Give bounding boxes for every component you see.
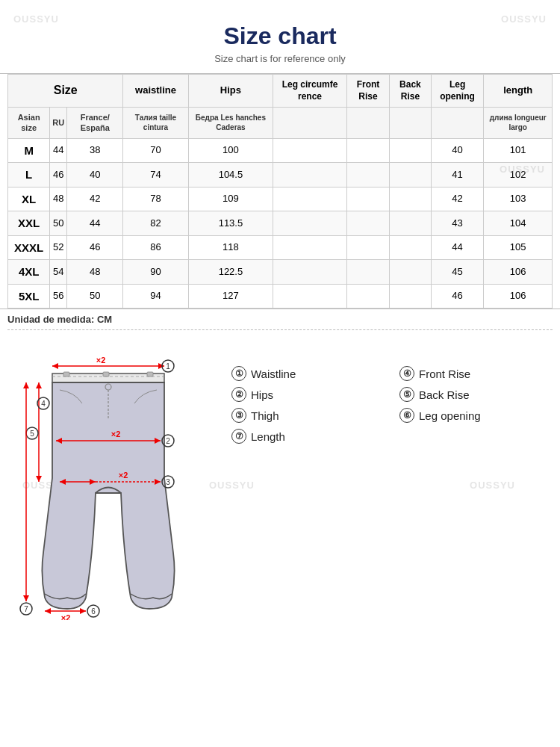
cell-hips: 122.5 xyxy=(188,260,273,285)
legend-item: ② Hips xyxy=(231,387,385,402)
cell-hips: 118 xyxy=(188,235,273,260)
cell-back xyxy=(390,235,431,260)
header-section: Size chart Size chart is for reference o… xyxy=(0,0,560,73)
legend-grid: ① Waistline④ Front Rise② Hips⑤ Back Rise… xyxy=(231,366,553,444)
legend-label: Front Rise xyxy=(419,368,470,380)
cell-waist: 86 xyxy=(123,235,188,260)
svg-rect-3 xyxy=(103,372,109,376)
cell-back xyxy=(390,260,431,285)
svg-marker-36 xyxy=(80,608,86,614)
cell-waist: 74 xyxy=(123,163,188,187)
svg-text:2: 2 xyxy=(166,437,170,445)
cell-leg xyxy=(273,138,346,163)
svg-text:6: 6 xyxy=(91,607,96,616)
cell-leg xyxy=(273,284,346,309)
cell-back xyxy=(390,138,431,163)
legend-num: ② xyxy=(231,387,246,402)
legend-item: ④ Front Rise xyxy=(399,366,553,381)
col-header-hips: Hips xyxy=(188,75,273,108)
cell-france: 38 xyxy=(67,138,123,163)
cell-france: 46 xyxy=(67,235,123,260)
subheader-back-sub xyxy=(390,108,431,139)
legend-num: ③ xyxy=(231,408,246,423)
svg-marker-28 xyxy=(36,382,42,388)
size-table-wrapper: OUSSYU Size waistline Hips Leg circumfe … xyxy=(0,73,560,309)
cell-france: 50 xyxy=(67,284,123,309)
cell-leg xyxy=(273,211,346,236)
cell-opening: 40 xyxy=(431,138,484,163)
cell-size: XL xyxy=(8,187,50,211)
cell-opening: 42 xyxy=(431,187,484,211)
legend-item: ⑤ Back Rise xyxy=(399,387,553,402)
cell-waist: 90 xyxy=(123,260,188,285)
svg-text:×2: ×2 xyxy=(119,471,128,480)
cell-leg xyxy=(273,187,346,211)
legend-label: Hips xyxy=(251,388,273,401)
table-row: M 44 38 70 100 40 101 xyxy=(8,138,553,163)
cell-front xyxy=(346,163,389,187)
table-row: XL 48 42 78 109 42 103 xyxy=(8,187,553,211)
cell-front xyxy=(346,138,389,163)
cell-hips: 100 xyxy=(188,138,273,163)
page-subtitle: Size chart is for reference only xyxy=(0,53,560,64)
cell-ru: 56 xyxy=(50,284,67,309)
cell-ru: 46 xyxy=(50,163,67,187)
cell-opening: 44 xyxy=(431,235,484,260)
page-title: Size chart xyxy=(0,22,560,50)
subheader-asian: Asian size xyxy=(8,108,50,139)
table-row: XXXL 52 46 86 118 44 105 xyxy=(8,235,553,260)
cell-opening: 41 xyxy=(431,163,484,187)
legend-item: ③ Thigh xyxy=(231,408,385,423)
subheader-hips-sub: Бедра Les hanches Caderas xyxy=(188,108,273,139)
svg-marker-42 xyxy=(23,595,29,601)
cell-ru: 54 xyxy=(50,260,67,285)
cell-waist: 94 xyxy=(123,284,188,309)
cell-opening: 45 xyxy=(431,260,484,285)
cell-size: XXXL xyxy=(8,235,50,260)
cell-hips: 109 xyxy=(188,187,273,211)
cell-length: 105 xyxy=(484,235,553,260)
cell-france: 42 xyxy=(67,187,123,211)
col-header-size: Size xyxy=(8,75,123,108)
col-header-front: Front Rise xyxy=(346,75,389,108)
cell-front xyxy=(346,235,389,260)
size-table: Size waistline Hips Leg circumfe rence F… xyxy=(7,74,553,309)
cell-opening: 46 xyxy=(431,284,484,309)
brand-wm-diag2: OUSSYU xyxy=(209,480,255,491)
diagram-section: OUSSYU OUSSYU OUSSYU xyxy=(0,330,560,627)
svg-text:1: 1 xyxy=(166,362,170,371)
table-row: 4XL 54 48 90 122.5 45 106 xyxy=(8,260,553,285)
legend-num: ④ xyxy=(399,366,414,381)
cell-waist: 82 xyxy=(123,211,188,236)
svg-rect-4 xyxy=(147,372,153,376)
subheader-length-sub: длина longueur largo xyxy=(484,108,553,139)
legend-num: ⑥ xyxy=(399,408,414,423)
brand-wm-diag3: OUSSYU xyxy=(470,480,515,491)
col-header-length: length xyxy=(484,75,553,108)
cell-ru: 50 xyxy=(50,211,67,236)
subheader-waist-sub: Талия taille cintura xyxy=(123,108,188,139)
cell-france: 48 xyxy=(67,260,123,285)
cell-size: L xyxy=(8,163,50,187)
subheader-front-sub xyxy=(346,108,389,139)
cell-size: XXL xyxy=(8,211,50,236)
cell-length: 102 xyxy=(484,163,553,187)
cell-ru: 48 xyxy=(50,187,67,211)
svg-text:×2: ×2 xyxy=(61,613,71,620)
col-header-waist: waistline xyxy=(123,75,188,108)
legend-label: Leg opening xyxy=(419,409,481,422)
cell-ru: 52 xyxy=(50,235,67,260)
cell-france: 44 xyxy=(67,211,123,236)
col-header-leg: Leg circumfe rence xyxy=(273,75,346,108)
unit-note: Unidad de medida: CM xyxy=(0,309,560,329)
svg-marker-9 xyxy=(158,363,164,369)
cell-front xyxy=(346,260,389,285)
svg-rect-2 xyxy=(63,372,69,376)
subheader-opening-sub xyxy=(431,108,484,139)
cell-leg xyxy=(273,260,346,285)
cell-waist: 70 xyxy=(123,138,188,163)
svg-text:5: 5 xyxy=(30,430,34,438)
cell-back xyxy=(390,211,431,236)
cell-hips: 104.5 xyxy=(188,163,273,187)
cell-hips: 127 xyxy=(188,284,273,309)
